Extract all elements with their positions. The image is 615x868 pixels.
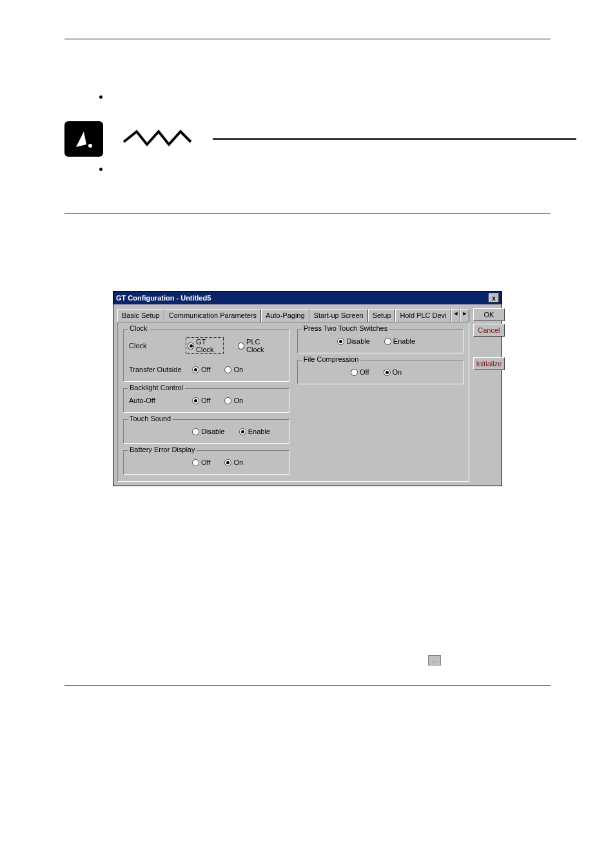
tab-scroll-left[interactable]: ◄ xyxy=(451,309,460,322)
group-file-compression: File Compression Off On xyxy=(297,360,464,384)
radio-battery-on[interactable]: On xyxy=(224,459,243,466)
bullet-list-tip xyxy=(110,163,576,174)
svg-point-0 xyxy=(88,144,92,148)
top-horizontal-rule xyxy=(64,39,551,39)
radio-presstwo-disable[interactable]: Disable xyxy=(337,337,370,345)
radio-dot-icon xyxy=(192,397,199,404)
radio-dot-icon xyxy=(224,366,231,373)
exclamation-icon xyxy=(71,126,97,152)
radio-presstwo-enable[interactable]: Enable xyxy=(384,337,415,345)
radio-dot-icon xyxy=(351,369,358,376)
initialize-button[interactable]: Initialize xyxy=(473,357,505,370)
tab-communication-parameters[interactable]: Communication Parameters xyxy=(164,309,261,322)
radio-dot-icon xyxy=(337,338,344,345)
bullet-list-top xyxy=(110,91,576,102)
tab-basic-setup[interactable]: Basic Setup xyxy=(117,309,164,322)
inline-icon-row: ... xyxy=(39,654,441,666)
zigzag-icon xyxy=(122,128,193,147)
dialog-title: GT Configuration - Untitled5 xyxy=(116,294,211,302)
tab-strip: Basic Setup Communication Parameters Aut… xyxy=(117,308,469,322)
radio-label: On xyxy=(233,366,243,373)
tip-row xyxy=(64,121,576,157)
radio-dot-icon xyxy=(239,428,246,435)
radio-backlight-off[interactable]: Off xyxy=(192,397,210,404)
radio-gt-clock[interactable]: GT Clock xyxy=(186,337,224,354)
radio-transfer-on[interactable]: On xyxy=(224,366,243,373)
mid-horizontal-rule xyxy=(64,213,551,213)
radio-label: Off xyxy=(201,459,210,466)
tip-underline xyxy=(213,138,576,140)
group-touch-sound: Touch Sound Disable Enable xyxy=(123,419,289,444)
radio-dot-icon xyxy=(192,428,199,435)
radio-dot-icon xyxy=(384,369,391,376)
radio-backlight-on[interactable]: On xyxy=(224,397,243,404)
radio-dot-icon xyxy=(224,459,231,466)
tab-setup[interactable]: Setup xyxy=(368,309,396,322)
label-transfer-outside: Transfer Outside xyxy=(129,366,186,373)
radio-dot-icon xyxy=(188,342,194,350)
whitespace-block xyxy=(39,512,576,654)
dialog-left-pane: Basic Setup Communication Parameters Aut… xyxy=(117,308,469,482)
panel-right-column: Press Two Touch Switches Disable Enable xyxy=(297,329,464,475)
dialog-body: Basic Setup Communication Parameters Aut… xyxy=(113,304,502,486)
close-icon: x xyxy=(492,295,496,302)
tab-hold-plc-device[interactable]: Hold PLC Devi xyxy=(395,309,451,322)
ok-button[interactable]: OK xyxy=(473,308,505,321)
label-clock: Clock xyxy=(129,342,179,350)
radio-dot-icon xyxy=(224,397,231,404)
radio-label: Enable xyxy=(393,337,415,345)
group-battery-error: Battery Error Display Off On xyxy=(123,450,289,475)
gt-configuration-dialog: GT Configuration - Untitled5 x Basic Set… xyxy=(113,291,502,486)
panel-left-column: Clock Clock GT Clock PLC Clock xyxy=(123,329,289,475)
button-spacer xyxy=(473,339,505,355)
radio-dot-icon xyxy=(384,338,391,345)
bottom-horizontal-rule xyxy=(64,685,551,686)
ellipsis-button-icon: ... xyxy=(428,655,441,666)
tab-scroll-right[interactable]: ► xyxy=(460,309,469,322)
radio-label: On xyxy=(393,368,402,376)
tip-icon xyxy=(64,121,103,157)
radio-dot-icon xyxy=(238,342,244,350)
radio-label: Off xyxy=(201,397,210,404)
radio-touchsound-enable[interactable]: Enable xyxy=(239,428,270,435)
radio-label: Disable xyxy=(201,428,225,435)
radio-label: On xyxy=(233,459,243,466)
radio-label: Enable xyxy=(248,428,270,435)
radio-label: Disable xyxy=(346,337,370,345)
dialog-button-column: OK Cancel Initialize xyxy=(473,308,505,482)
cancel-button[interactable]: Cancel xyxy=(473,324,505,337)
group-backlight: Backlight Control Auto-Off Off On xyxy=(123,388,289,413)
group-title-touch-sound: Touch Sound xyxy=(128,415,173,422)
group-title-press-two: Press Two Touch Switches xyxy=(302,324,389,332)
tab-auto-paging[interactable]: Auto-Paging xyxy=(261,309,309,322)
group-title-file-compression: File Compression xyxy=(302,355,361,363)
radio-touchsound-disable[interactable]: Disable xyxy=(192,428,225,435)
setup-panel: Clock Clock GT Clock PLC Clock xyxy=(117,322,469,482)
group-clock: Clock Clock GT Clock PLC Clock xyxy=(123,329,289,382)
radio-transfer-off[interactable]: Off xyxy=(192,366,210,373)
tab-startup-screen[interactable]: Start-up Screen xyxy=(309,309,368,322)
radio-label: GT Clock xyxy=(196,338,222,353)
radio-label: Off xyxy=(360,368,369,376)
group-title-battery: Battery Error Display xyxy=(128,446,197,453)
label-auto-off: Auto-Off xyxy=(129,397,186,404)
radio-dot-icon xyxy=(192,366,199,373)
group-press-two-touch: Press Two Touch Switches Disable Enable xyxy=(297,329,464,353)
radio-label: PLC Clock xyxy=(246,338,276,353)
radio-label: On xyxy=(233,397,243,404)
radio-plc-clock[interactable]: PLC Clock xyxy=(238,338,276,353)
dialog-titlebar: GT Configuration - Untitled5 x xyxy=(113,291,502,304)
radio-label: Off xyxy=(201,366,210,373)
radio-filecomp-on[interactable]: On xyxy=(384,368,402,376)
group-title-clock: Clock xyxy=(128,324,150,332)
radio-battery-off[interactable]: Off xyxy=(192,459,210,466)
radio-filecomp-off[interactable]: Off xyxy=(351,368,369,376)
bullet-item xyxy=(110,163,576,174)
bullet-item xyxy=(110,91,576,102)
group-title-backlight: Backlight Control xyxy=(128,384,185,391)
close-button[interactable]: x xyxy=(489,293,499,302)
radio-dot-icon xyxy=(192,459,199,466)
